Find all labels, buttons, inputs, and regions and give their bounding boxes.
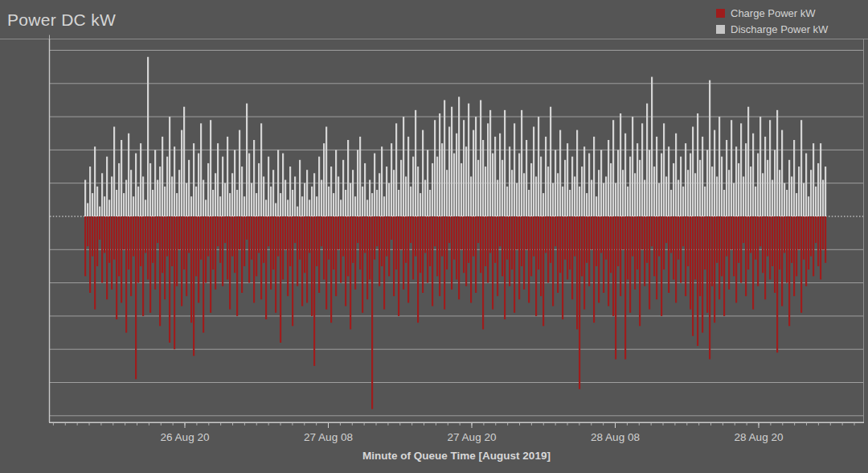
charge-bar [195,216,197,276]
discharge-bar [530,163,532,216]
discharge-bar [207,163,209,216]
charge-bar [465,216,467,286]
discharge-bar [477,160,479,216]
charge-bar [241,216,243,293]
discharge-bar [461,163,462,216]
charge-bar [297,216,298,286]
charge-bar [615,216,616,360]
discharge-bar [598,170,600,216]
discharge-bar [432,163,433,216]
charge-bar [89,216,91,293]
discharge-bar [641,123,643,216]
discharge-bar [574,176,575,216]
discharge-bar [251,183,252,216]
charge-bar [482,216,484,329]
power-bar-chart-canvas[interactable]: 26 Aug 2027 Aug 0827 Aug 2028 Aug 0828 A… [0,0,868,473]
charge-bar [810,216,812,257]
discharge-bar [774,150,776,216]
discharge-bar [788,160,790,216]
charge-bar [171,216,173,266]
charge-bar [489,216,491,253]
discharge-bar [157,180,158,216]
charge-bar [579,216,580,389]
discharge-bar [147,57,149,216]
discharge-bar [743,176,744,216]
charge-bar [222,216,223,286]
charge-bar [410,216,411,243]
charge-bar [210,216,211,313]
charge-bar [788,216,790,326]
discharge-bar [183,107,185,216]
charge-bar [458,216,460,299]
charge-bar [576,216,578,329]
charge-bar [461,216,462,249]
charge-bar [444,216,445,310]
discharge-bar [369,180,371,216]
charge-bar [733,216,735,276]
discharge-bar [258,163,260,216]
discharge-bar [499,134,501,216]
discharge-bar [709,80,710,216]
discharge-bar [176,193,178,216]
discharge-bars[interactable] [84,57,826,216]
charge-bar [813,216,814,276]
charge-bar [432,216,433,306]
charge-bar [825,216,826,263]
charge-bar [116,216,117,319]
charge-bar [429,216,431,266]
discharge-bar [424,180,426,216]
discharge-bar [673,163,674,216]
charge-bar [820,216,821,279]
charge-bar [586,216,588,263]
charge-bar [581,216,583,276]
discharge-bar [559,130,561,216]
discharge-bar [706,150,708,216]
discharge-bar [569,190,571,216]
charge-bar [212,216,214,269]
discharge-bar [352,170,354,216]
charge-bar [299,216,301,260]
charge-bar [663,216,665,269]
discharge-bar [311,187,313,216]
discharge-bar [439,113,440,216]
discharge-bar [306,170,308,216]
charge-bar [485,216,486,266]
discharge-bar [386,167,387,216]
charge-bar [760,216,761,246]
charge-bar [239,216,240,249]
discharge-bar [453,154,455,216]
discharge-bar [494,137,496,216]
charge-bar [359,216,361,269]
charge-bar [752,216,754,310]
discharge-bar [800,120,802,216]
discharge-bar [219,196,221,216]
discharge-bar [482,140,484,216]
discharge-bar [663,123,665,216]
discharge-bar [521,110,522,216]
discharge-bar [318,157,320,216]
charge-bar [767,216,768,257]
discharge-bar [272,170,274,216]
charge-bar [605,216,607,260]
charge-bar [354,216,356,290]
charge-bar [393,216,395,296]
discharge-bar [526,140,527,216]
charge-bar [224,216,226,243]
discharge-bar [719,117,720,216]
charge-bar [706,216,708,313]
discharge-bar [502,160,503,216]
discharge-bar [699,160,701,216]
charge-bar [600,216,602,253]
charge-bars[interactable] [84,216,826,409]
charge-bar [424,216,426,253]
charge-bar [468,216,469,263]
charge-bar [157,216,158,243]
discharge-bar [511,170,513,216]
charge-bar [747,216,749,269]
charge-bar [198,216,199,302]
charge-bar [436,216,438,276]
discharge-bar [224,183,226,216]
charge-bar [101,216,103,283]
charge-bar [776,216,778,352]
charge-bar [603,216,604,293]
